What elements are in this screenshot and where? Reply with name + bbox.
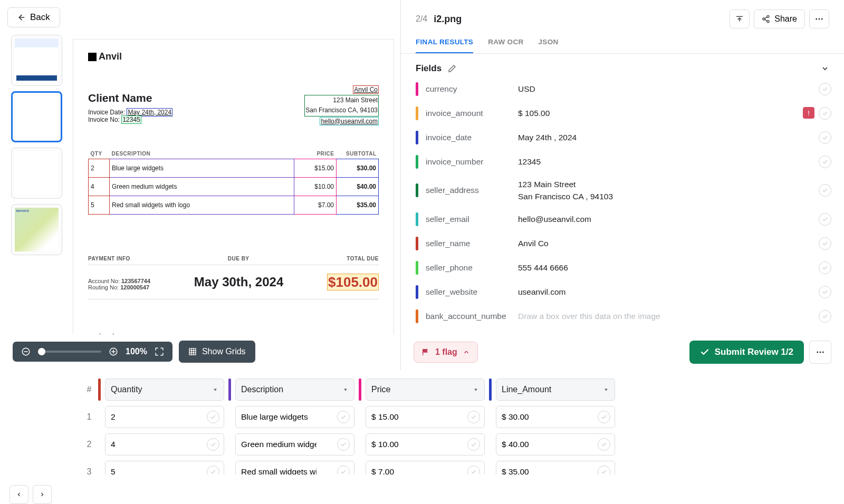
approve-cell-button[interactable] (337, 438, 350, 451)
field-row-seller_website[interactable]: seller_websiteuseanvil.com (416, 280, 838, 304)
grid-cell[interactable] (235, 433, 354, 455)
approve-button[interactable] (819, 310, 831, 323)
field-value: USD (518, 83, 819, 95)
approve-cell-button[interactable] (467, 438, 480, 451)
zoom-slider[interactable] (38, 351, 101, 353)
chevron-down-icon[interactable] (821, 64, 829, 73)
flag-chip[interactable]: 1 flag (414, 342, 478, 363)
grid-icon (188, 347, 197, 356)
grid-input[interactable] (111, 440, 186, 449)
field-row-invoice_date[interactable]: invoice_dateMay 24th , 2024 (416, 125, 838, 150)
grid-cell[interactable] (235, 406, 354, 428)
zoom-out-icon[interactable] (21, 347, 31, 356)
approve-cell-button[interactable] (337, 466, 350, 474)
col-header-line_amount[interactable]: Line_Amount (496, 379, 615, 401)
edit-icon[interactable] (448, 64, 456, 73)
approve-button[interactable] (819, 184, 831, 197)
approve-button[interactable] (819, 156, 831, 168)
approve-cell-button[interactable] (207, 466, 219, 474)
flag-count: 1 flag (435, 347, 457, 357)
approve-cell-button[interactable] (337, 411, 350, 423)
field-row-seller_address[interactable]: seller_address123 Main Street San Franci… (416, 174, 838, 207)
expand-icon[interactable] (155, 347, 164, 356)
approve-cell-button[interactable] (467, 411, 480, 423)
row-index: 3 (84, 467, 94, 474)
thumbnail-4[interactable]: INVOICE (11, 204, 62, 255)
grid-cell[interactable] (496, 461, 615, 474)
grid-cell[interactable] (496, 406, 615, 428)
tab-json[interactable]: JSON (539, 38, 559, 53)
more-actions-button[interactable] (809, 341, 831, 364)
zoom-in-icon[interactable] (109, 347, 118, 356)
prev-page-button[interactable] (9, 485, 28, 504)
approve-cell-button[interactable] (598, 466, 610, 474)
grid-input[interactable] (111, 412, 186, 422)
grid-input[interactable] (241, 467, 316, 474)
grid-input[interactable] (371, 467, 447, 474)
approve-button[interactable] (819, 131, 831, 144)
upload-button[interactable] (730, 9, 750, 28)
grid-input[interactable] (371, 440, 447, 449)
field-row-seller_name[interactable]: seller_nameAnvil Co (416, 231, 838, 256)
grid-cell[interactable] (235, 461, 354, 474)
chevron-right-icon (39, 491, 45, 498)
approve-button[interactable] (819, 237, 831, 250)
grid-input[interactable] (371, 412, 447, 422)
thumbnail-3[interactable] (11, 148, 62, 199)
col-header-quantity[interactable]: Quantity (105, 379, 224, 401)
grid-cell[interactable] (496, 433, 615, 455)
color-bar (416, 82, 418, 96)
tab-raw-ocr[interactable]: RAW OCR (488, 38, 523, 53)
show-grids-button[interactable]: Show Grids (179, 341, 255, 363)
more-icon (816, 347, 825, 357)
approve-cell-button[interactable] (467, 466, 480, 474)
grid-input[interactable] (502, 467, 577, 474)
check-icon (700, 347, 709, 357)
approve-cell-button[interactable] (598, 411, 610, 423)
svg-point-6 (816, 18, 817, 20)
field-row-bank_account_numbe[interactable]: bank_account_numbeDraw a box over this d… (416, 304, 838, 328)
field-name: seller_email (426, 215, 518, 224)
col-header-description[interactable]: Description (235, 379, 354, 401)
more-button[interactable] (809, 9, 829, 28)
fields-title: Fields (416, 63, 442, 74)
field-row-currency[interactable]: currencyUSD (416, 77, 838, 101)
share-button[interactable]: Share (754, 9, 805, 28)
next-page-button[interactable] (33, 485, 52, 504)
col-header-price[interactable]: Price (366, 379, 485, 401)
grid-cell[interactable] (366, 406, 485, 428)
thumbnail-1[interactable] (11, 35, 62, 86)
grid-cell[interactable] (366, 461, 485, 474)
field-name: invoice_amount (426, 109, 518, 118)
approve-cell-button[interactable] (207, 438, 219, 451)
dropdown-icon (473, 386, 479, 393)
approve-cell-button[interactable] (207, 411, 219, 423)
tab-final-results[interactable]: FINAL RESULTS (416, 38, 473, 53)
arrow-left-icon (17, 13, 26, 22)
grid-cell[interactable] (105, 406, 224, 428)
field-row-seller_phone[interactable]: seller_phone555 444 6666 (416, 256, 838, 280)
grid-input[interactable] (241, 412, 316, 422)
field-row-seller_email[interactable]: seller_emailhello@useanvil.com (416, 207, 838, 231)
grid-input[interactable] (502, 440, 577, 449)
approve-button[interactable] (819, 107, 831, 120)
grid-cell[interactable] (366, 433, 485, 455)
back-button[interactable]: Back (7, 7, 60, 27)
approve-button[interactable] (819, 286, 831, 298)
grid-input[interactable] (111, 467, 186, 474)
submit-review-button[interactable]: Submit Review 1/2 (689, 341, 804, 364)
grid-cell[interactable] (105, 461, 224, 474)
approve-button[interactable] (819, 213, 831, 226)
field-row-invoice_number[interactable]: invoice_number12345 (416, 150, 838, 174)
grid-input[interactable] (502, 412, 577, 422)
flag-badge[interactable]: ! (803, 107, 814, 119)
thumbnail-2[interactable] (11, 91, 62, 142)
approve-button[interactable] (819, 83, 831, 95)
field-row-invoice_amount[interactable]: invoice_amount$ 105.00! (416, 101, 838, 125)
grid-input[interactable] (241, 440, 316, 449)
grid-cell[interactable] (105, 433, 224, 455)
color-bar (416, 212, 418, 226)
approve-button[interactable] (819, 261, 831, 274)
approve-cell-button[interactable] (598, 438, 610, 451)
thumbnails: INVOICE (0, 35, 73, 334)
